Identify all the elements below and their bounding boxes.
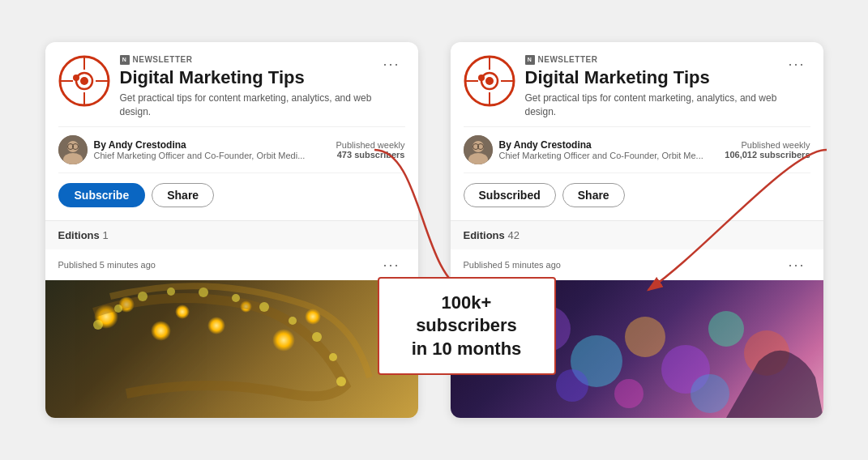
- svg-point-21: [259, 302, 269, 312]
- right-subscriber-info: Published weekly 106,012 subscribers: [725, 140, 810, 160]
- left-subscriber-info: Published weekly 473 subscribers: [336, 140, 405, 160]
- right-post-more-button[interactable]: ···: [783, 256, 810, 274]
- right-editions-label: Editions: [464, 229, 505, 241]
- left-published-freq: Published weekly: [336, 140, 405, 150]
- svg-point-48: [614, 379, 644, 408]
- svg-point-33: [478, 75, 485, 81]
- right-editions-bar: Editions 42: [451, 220, 823, 249]
- svg-point-45: [708, 311, 744, 347]
- right-author-text: By Andy Crestodina Chief Marketing Offic…: [499, 139, 703, 160]
- callout-line2: in 10 months: [412, 339, 522, 359]
- newsletter-icon-right: N: [525, 55, 535, 65]
- callout-box: 100k+ subscribers in 10 months: [378, 277, 556, 376]
- svg-point-16: [114, 305, 122, 313]
- left-author-avatar: [58, 135, 88, 164]
- svg-point-24: [329, 353, 337, 361]
- right-share-button[interactable]: Share: [562, 183, 625, 207]
- left-card-title: Digital Marketing Tips: [120, 67, 378, 88]
- svg-point-8: [73, 75, 79, 81]
- left-card-header: N NEWSLETTER Digital Marketing Tips Get …: [45, 42, 418, 221]
- left-more-button[interactable]: ···: [378, 55, 404, 73]
- callout-line1: 100k+ subscribers: [416, 292, 517, 336]
- right-card-header: N NEWSLETTER Digital Marketing Tips Get …: [451, 42, 823, 221]
- left-post-image: [45, 280, 418, 418]
- svg-point-49: [691, 374, 729, 413]
- right-card-description: Get practical tips for content marketing…: [525, 92, 784, 119]
- right-title-area: N NEWSLETTER Digital Marketing Tips Get …: [525, 55, 784, 119]
- svg-point-20: [232, 294, 240, 302]
- right-subscriber-count: 106,012 subscribers: [725, 150, 810, 160]
- left-editions-label: Editions: [58, 229, 100, 241]
- svg-point-25: [336, 377, 346, 386]
- left-author-row: By Andy Crestodina Chief Marketing Offic…: [58, 126, 405, 173]
- left-card-actions: Subscribe Share: [58, 183, 405, 211]
- left-editions-bar: Editions 1: [45, 220, 418, 249]
- left-author-info: By Andy Crestodina Chief Marketing Offic…: [58, 135, 306, 164]
- left-share-button[interactable]: Share: [152, 183, 214, 207]
- left-post-time: Published 5 minutes ago: [58, 260, 156, 270]
- left-author-title: Chief Marketing Officer and Co-Founder, …: [94, 151, 306, 160]
- left-newsletter-logo: [58, 55, 110, 107]
- left-post-more-button[interactable]: ···: [378, 256, 404, 274]
- right-post-time: Published 5 minutes ago: [464, 260, 561, 270]
- svg-point-3: [80, 77, 88, 85]
- right-author-avatar: [464, 135, 493, 164]
- svg-point-23: [312, 332, 322, 342]
- left-title-area: N NEWSLETTER Digital Marketing Tips Get …: [120, 55, 378, 119]
- newsletter-icon-left: N: [120, 55, 130, 65]
- right-author-name: By Andy Crestodina: [499, 139, 703, 151]
- svg-point-43: [625, 317, 665, 357]
- left-editions-count: 1: [102, 229, 108, 241]
- right-card-actions: Subscribed Share: [464, 183, 810, 211]
- left-subscriber-count: 473 subscribers: [336, 150, 405, 160]
- right-author-info: By Andy Crestodina Chief Marketing Offic…: [464, 135, 703, 164]
- right-newsletter-logo: [464, 55, 515, 107]
- left-author-text: By Andy Crestodina Chief Marketing Offic…: [94, 139, 306, 160]
- svg-point-17: [138, 292, 148, 301]
- right-published-freq: Published weekly: [725, 140, 810, 150]
- right-post-header: Published 5 minutes ago ···: [451, 249, 823, 280]
- svg-point-19: [199, 288, 208, 297]
- left-post-header: Published 5 minutes ago ···: [45, 249, 418, 280]
- right-author-title: Chief Marketing Officer and Co-Founder, …: [499, 151, 703, 160]
- left-newsletter-label: N NEWSLETTER: [120, 55, 378, 65]
- svg-point-18: [167, 288, 175, 296]
- svg-point-22: [289, 317, 297, 325]
- subscribe-button[interactable]: Subscribe: [58, 183, 146, 207]
- right-more-button[interactable]: ···: [783, 55, 810, 73]
- right-editions-count: 42: [507, 229, 519, 241]
- right-card-title: Digital Marketing Tips: [525, 67, 784, 88]
- svg-point-47: [556, 369, 588, 402]
- left-card-description: Get practical tips for content marketing…: [120, 92, 378, 119]
- svg-point-15: [93, 320, 103, 330]
- right-newsletter-label: N NEWSLETTER: [525, 55, 784, 65]
- svg-point-28: [485, 77, 494, 85]
- subscribed-button[interactable]: Subscribed: [464, 183, 556, 207]
- right-author-row: By Andy Crestodina Chief Marketing Offic…: [464, 126, 810, 173]
- left-card: N NEWSLETTER Digital Marketing Tips Get …: [45, 42, 418, 419]
- left-author-name: By Andy Crestodina: [94, 139, 306, 151]
